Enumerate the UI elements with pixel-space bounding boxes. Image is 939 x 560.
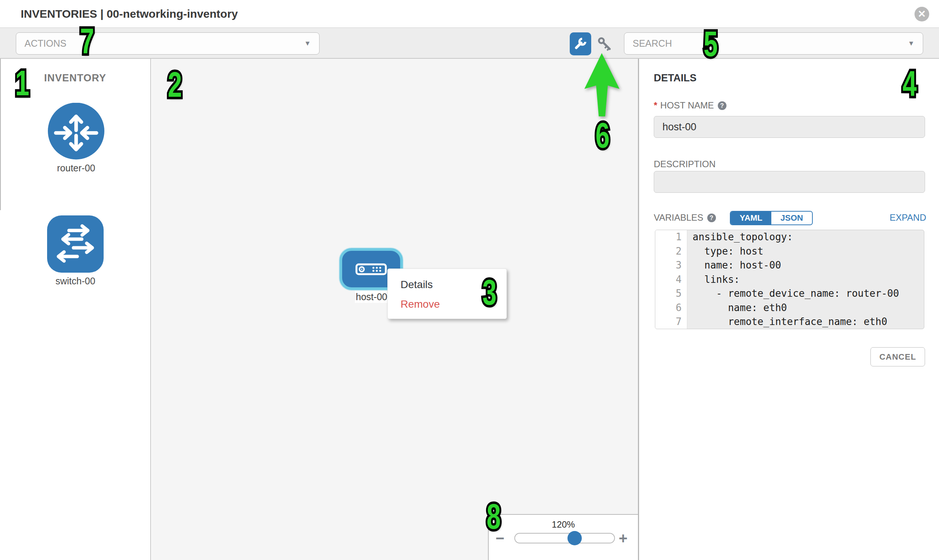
- topology-canvas[interactable]: host-00 Details Remove 120% − +: [152, 59, 638, 560]
- toolbar: ACTIONS ▼ SEARCH ▼: [0, 28, 939, 59]
- inventory-sidebar: INVENTORY router-00: [0, 59, 151, 560]
- zoom-out-button[interactable]: −: [495, 531, 504, 546]
- actions-dropdown[interactable]: ACTIONS ▼: [16, 32, 319, 55]
- actions-dropdown-label: ACTIONS: [25, 38, 66, 49]
- close-icon[interactable]: ✕: [914, 7, 929, 22]
- search-dropdown[interactable]: SEARCH ▼: [624, 32, 923, 55]
- toggle-json[interactable]: JSON: [771, 212, 812, 225]
- zoom-in-button[interactable]: +: [619, 531, 628, 546]
- palette-item-label: router-00: [48, 163, 104, 174]
- chevron-down-icon: ▼: [908, 33, 914, 54]
- variables-format-toggle: YAML JSON: [730, 211, 813, 225]
- code-line: 1 ansible_topology:: [655, 230, 924, 245]
- zoom-level-value: 120%: [489, 519, 638, 530]
- description-input[interactable]: [654, 171, 925, 193]
- help-icon[interactable]: ?: [707, 214, 716, 222]
- configure-topology-button[interactable]: [570, 32, 591, 55]
- cancel-button[interactable]: CANCEL: [870, 347, 925, 366]
- search-dropdown-label: SEARCH: [633, 38, 672, 49]
- palette-item-router[interactable]: router-00: [48, 103, 104, 174]
- wrench-icon: [572, 36, 589, 52]
- key-icon: [596, 36, 614, 53]
- code-line: 7 remote_interface_name: eth0: [655, 315, 924, 329]
- description-label: DESCRIPTION: [654, 159, 715, 169]
- toggle-yaml[interactable]: YAML: [731, 212, 771, 225]
- variables-label: VARIABLES?: [654, 212, 716, 223]
- help-icon[interactable]: ?: [718, 101, 726, 110]
- code-line: 2 type: host: [655, 245, 924, 259]
- code-line: 4 links:: [655, 273, 924, 287]
- code-line: 5 - remote_device_name: router-00: [655, 286, 924, 301]
- zoom-control-panel: 120% − +: [488, 514, 638, 560]
- expand-link[interactable]: EXPAND: [890, 212, 926, 223]
- zoom-slider-thumb[interactable]: [567, 531, 582, 545]
- page-title: INVENTORIES | 00-networking-inventory: [21, 8, 238, 20]
- palette-item-label: switch-00: [47, 276, 103, 286]
- code-line: 6 name: eth0: [655, 301, 924, 315]
- zoom-slider-track[interactable]: [514, 533, 615, 543]
- host-node-label: host-00: [355, 291, 388, 303]
- node-context-menu: Details Remove: [387, 269, 507, 319]
- palette-item-switch[interactable]: switch-00: [47, 215, 103, 286]
- key-credentials-button[interactable]: [596, 36, 614, 53]
- details-panel-title: DETAILS: [654, 72, 697, 84]
- context-menu-item-remove[interactable]: Remove: [388, 294, 506, 314]
- context-menu-item-details[interactable]: Details: [388, 275, 506, 294]
- code-line: 3 name: host-00: [655, 258, 924, 273]
- chevron-down-icon: ▼: [304, 33, 311, 54]
- sidebar-title: INVENTORY: [0, 72, 150, 84]
- host-name-input[interactable]: [654, 116, 925, 138]
- router-icon: [48, 103, 104, 160]
- details-panel: DETAILS *HOST NAME? DESCRIPTION VARIABLE…: [639, 59, 939, 560]
- host-name-label: *HOST NAME?: [654, 100, 726, 111]
- host-icon: [355, 263, 387, 275]
- variables-code-editor[interactable]: 1 ansible_topology: 2 type: host 3 name:…: [655, 230, 924, 329]
- title-bar: INVENTORIES | 00-networking-inventory ✕: [0, 0, 939, 28]
- required-marker: *: [654, 100, 657, 110]
- switch-icon: [47, 215, 103, 273]
- sidebar-left-edge: [0, 59, 1, 210]
